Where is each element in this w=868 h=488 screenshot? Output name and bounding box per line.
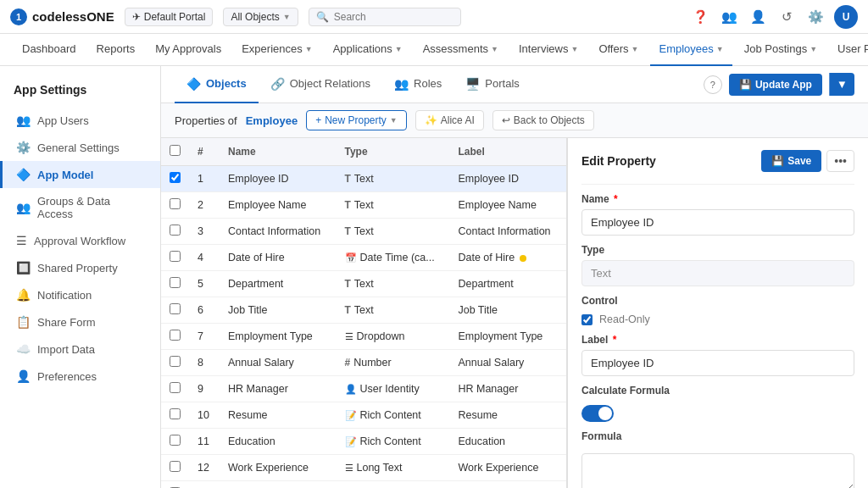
person-icon[interactable]: 👤 <box>748 7 768 27</box>
table-row[interactable]: 2 Employee Name TText Employee Name <box>161 192 566 219</box>
sidebar-item-import-data[interactable]: ☁️ Import Data <box>0 336 160 363</box>
row-label: Annual Salary <box>449 350 566 376</box>
table-row[interactable]: 6 Job Title TText Job Title <box>161 297 566 324</box>
users-icon[interactable]: 👥 <box>719 7 739 27</box>
name-field[interactable] <box>581 209 854 236</box>
readonly-checkbox[interactable] <box>581 314 593 325</box>
tab-roles[interactable]: 👥 Roles <box>382 66 453 103</box>
more-options-button[interactable]: ••• <box>826 150 854 172</box>
chevron-down-icon: ▼ <box>491 45 498 53</box>
table-row[interactable]: 13 Offer Acceptance ... 📅Date Time Offer… <box>161 481 566 489</box>
sidebar-item-groups-data-access[interactable]: 👥 Groups & Data Access <box>0 188 160 227</box>
sidebar-item-approval-workflow[interactable]: ☰ Approval Workflow <box>0 227 160 254</box>
nav-employees[interactable]: Employees ▼ <box>650 34 732 66</box>
row-number: 3 <box>189 219 220 245</box>
tab-objects[interactable]: 🔷 Objects <box>175 66 259 103</box>
row-label: Work Experience <box>449 455 566 481</box>
table-row[interactable]: 11 Education 📝Rich Content Education <box>161 429 566 455</box>
row-checkbox-cell[interactable] <box>161 376 189 402</box>
row-label: Offer Acceptance ... <box>449 481 566 489</box>
row-checkbox-cell[interactable] <box>161 219 189 245</box>
sidebar-item-app-users[interactable]: 👥 App Users <box>0 107 160 134</box>
update-app-dropdown-button[interactable]: ▼ <box>829 73 854 96</box>
table-row[interactable]: 12 Work Experience ☰Long Text Work Exper… <box>161 455 566 481</box>
save-button[interactable]: 💾 Save <box>761 150 821 172</box>
update-app-button[interactable]: 💾 Update App <box>729 74 822 96</box>
row-label: Resume <box>449 402 566 429</box>
row-label: Department <box>449 271 566 297</box>
row-checkbox-cell[interactable] <box>161 429 189 455</box>
props-bar: Properties of Employee + New Property ▼ … <box>161 103 868 138</box>
row-type: 📅Date Time (ca... <box>337 245 450 271</box>
row-checkbox-cell[interactable] <box>161 350 189 376</box>
tab-object-relations[interactable]: 🔗 Object Relations <box>259 66 382 103</box>
tab-portals[interactable]: 🖥️ Portals <box>453 66 531 103</box>
table-row[interactable]: 9 HR Manager 👤User Identity HR Manager <box>161 376 566 402</box>
nav-applications[interactable]: Applications ▼ <box>325 34 411 66</box>
sidebar-item-notification[interactable]: 🔔 Notification <box>0 281 160 308</box>
alice-ai-button[interactable]: ✨ Alice AI <box>415 110 484 130</box>
settings-icon[interactable]: ⚙️ <box>805 7 826 27</box>
calculate-formula-toggle[interactable] <box>581 405 614 422</box>
nav-job-postings[interactable]: Job Postings ▼ <box>736 34 826 66</box>
col-label: Label <box>449 138 566 166</box>
row-checkbox-cell[interactable] <box>161 402 189 429</box>
table-row[interactable]: 3 Contact Information TText Contact Info… <box>161 219 566 245</box>
save-icon: 💾 <box>739 79 752 91</box>
roles-icon: 👥 <box>394 77 409 91</box>
label-field[interactable] <box>581 350 854 376</box>
select-all-checkbox[interactable] <box>170 145 181 156</box>
row-checkbox-cell[interactable] <box>161 166 189 192</box>
row-checkbox-cell[interactable] <box>161 455 189 481</box>
nav-experiences[interactable]: Experiences ▼ <box>233 34 320 66</box>
row-checkbox-cell[interactable] <box>161 297 189 324</box>
table-row[interactable]: 7 Employment Type ☰Dropdown Employment T… <box>161 324 566 350</box>
search-input[interactable] <box>334 11 453 23</box>
nav-interviews[interactable]: Interviews ▼ <box>510 34 587 66</box>
nav-user-profile[interactable]: User Profile ▼ <box>829 34 868 66</box>
sidebar-item-share-form[interactable]: 📋 Share Form <box>0 308 160 336</box>
back-to-objects-button[interactable]: ↩ Back to Objects <box>492 110 594 130</box>
avatar[interactable]: U <box>834 5 858 29</box>
portal-button[interactable]: ✈ Default Portal <box>125 8 214 26</box>
save-icon: 💾 <box>771 155 784 167</box>
sidebar-item-general-settings[interactable]: ⚙️ General Settings <box>0 134 160 161</box>
row-checkbox-cell[interactable] <box>161 192 189 219</box>
row-checkbox-cell[interactable] <box>161 245 189 271</box>
row-checkbox-cell[interactable] <box>161 271 189 297</box>
nav-dashboard[interactable]: Dashboard <box>14 34 85 66</box>
content-area: # Name Type Label 1 Employee ID TText Em… <box>161 138 868 488</box>
sidebar-item-app-model[interactable]: 🔷 App Model <box>0 161 160 188</box>
formula-field[interactable] <box>581 453 854 488</box>
row-type: TText <box>337 297 450 324</box>
history-icon[interactable]: ↺ <box>776 7 797 27</box>
sidebar-item-preferences[interactable]: 👤 Preferences <box>0 363 160 390</box>
chevron-down-icon: ▼ <box>390 116 398 125</box>
table-row[interactable]: 10 Resume 📝Rich Content Resume <box>161 402 566 429</box>
row-checkbox-cell[interactable] <box>161 324 189 350</box>
col-name: Name <box>220 138 337 166</box>
all-objects-button[interactable]: All Objects ▼ <box>223 8 298 26</box>
row-number: 4 <box>189 245 220 271</box>
chevron-down-icon: ▼ <box>570 45 578 53</box>
nav-my-approvals[interactable]: My Approvals <box>147 34 230 66</box>
layout: App Settings 👥 App Users ⚙️ General Sett… <box>0 66 868 488</box>
chevron-down-icon: ▼ <box>395 45 403 53</box>
sidebar-item-label: Share Form <box>37 316 96 329</box>
table-row[interactable]: 4 Date of Hire 📅Date Time (ca... Date of… <box>161 245 566 271</box>
search-bar[interactable]: 🔍 <box>309 8 461 26</box>
nav-assessments[interactable]: Assessments ▼ <box>415 34 507 66</box>
back-icon: ↩ <box>502 114 510 126</box>
row-checkbox-cell[interactable] <box>161 481 189 489</box>
sidebar-item-shared-property[interactable]: 🔲 Shared Property <box>0 254 160 281</box>
tab-label: Portals <box>485 77 519 90</box>
nav-reports[interactable]: Reports <box>88 34 144 66</box>
table-row[interactable]: 8 Annual Salary #Number Annual Salary <box>161 350 566 376</box>
help-circle-icon[interactable]: ? <box>704 75 722 94</box>
table-row[interactable]: 5 Department TText Department <box>161 271 566 297</box>
tab-label: Objects <box>206 77 247 90</box>
new-property-button[interactable]: + New Property ▼ <box>306 110 407 130</box>
table-row[interactable]: 1 Employee ID TText Employee ID <box>161 166 566 192</box>
nav-offers[interactable]: Offers ▼ <box>590 34 647 66</box>
help-icon[interactable]: ❓ <box>690 7 710 27</box>
